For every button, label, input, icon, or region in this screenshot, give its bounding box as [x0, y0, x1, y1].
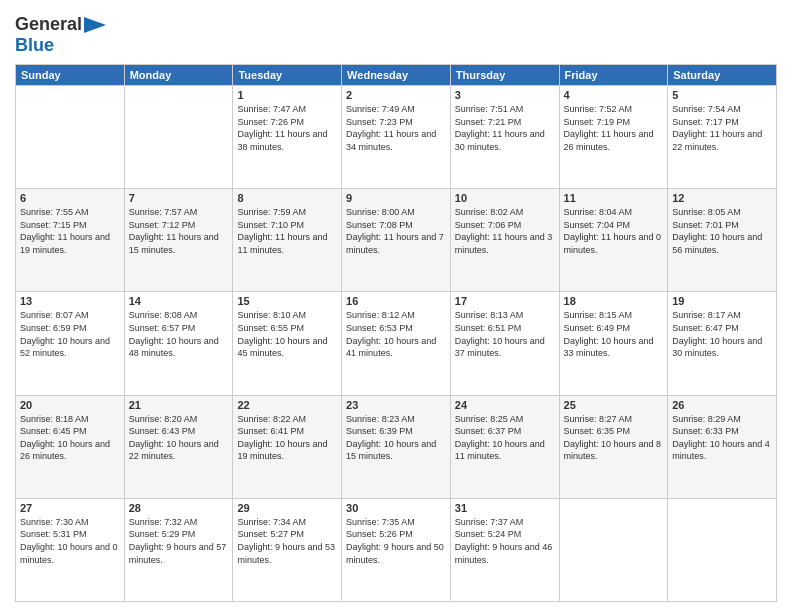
day-number: 28 [129, 502, 229, 514]
day-number: 29 [237, 502, 337, 514]
week-row-1: 1Sunrise: 7:47 AM Sunset: 7:26 PM Daylig… [16, 86, 777, 189]
day-number: 13 [20, 295, 120, 307]
day-info: Sunrise: 8:15 AM Sunset: 6:49 PM Dayligh… [564, 309, 664, 359]
day-number: 4 [564, 89, 664, 101]
day-number: 11 [564, 192, 664, 204]
day-number: 27 [20, 502, 120, 514]
weekday-header-sunday: Sunday [16, 65, 125, 86]
week-row-5: 27Sunrise: 7:30 AM Sunset: 5:31 PM Dayli… [16, 498, 777, 601]
day-number: 10 [455, 192, 555, 204]
day-info: Sunrise: 7:49 AM Sunset: 7:23 PM Dayligh… [346, 103, 446, 153]
logo-top: General [15, 14, 106, 35]
day-cell: 8Sunrise: 7:59 AM Sunset: 7:10 PM Daylig… [233, 189, 342, 292]
day-number: 21 [129, 399, 229, 411]
day-info: Sunrise: 8:20 AM Sunset: 6:43 PM Dayligh… [129, 413, 229, 463]
day-number: 24 [455, 399, 555, 411]
day-info: Sunrise: 8:10 AM Sunset: 6:55 PM Dayligh… [237, 309, 337, 359]
day-info: Sunrise: 7:59 AM Sunset: 7:10 PM Dayligh… [237, 206, 337, 256]
day-info: Sunrise: 7:35 AM Sunset: 5:26 PM Dayligh… [346, 516, 446, 566]
day-info: Sunrise: 7:52 AM Sunset: 7:19 PM Dayligh… [564, 103, 664, 153]
day-number: 7 [129, 192, 229, 204]
day-cell: 29Sunrise: 7:34 AM Sunset: 5:27 PM Dayli… [233, 498, 342, 601]
day-number: 14 [129, 295, 229, 307]
day-cell: 11Sunrise: 8:04 AM Sunset: 7:04 PM Dayli… [559, 189, 668, 292]
day-cell: 12Sunrise: 8:05 AM Sunset: 7:01 PM Dayli… [668, 189, 777, 292]
weekday-header-friday: Friday [559, 65, 668, 86]
day-number: 31 [455, 502, 555, 514]
day-cell [559, 498, 668, 601]
day-info: Sunrise: 7:32 AM Sunset: 5:29 PM Dayligh… [129, 516, 229, 566]
day-cell: 14Sunrise: 8:08 AM Sunset: 6:57 PM Dayli… [124, 292, 233, 395]
day-cell: 7Sunrise: 7:57 AM Sunset: 7:12 PM Daylig… [124, 189, 233, 292]
day-info: Sunrise: 7:34 AM Sunset: 5:27 PM Dayligh… [237, 516, 337, 566]
logo: General Blue [15, 14, 106, 56]
day-info: Sunrise: 7:57 AM Sunset: 7:12 PM Dayligh… [129, 206, 229, 256]
day-info: Sunrise: 7:47 AM Sunset: 7:26 PM Dayligh… [237, 103, 337, 153]
day-cell: 18Sunrise: 8:15 AM Sunset: 6:49 PM Dayli… [559, 292, 668, 395]
day-cell [16, 86, 125, 189]
day-info: Sunrise: 8:07 AM Sunset: 6:59 PM Dayligh… [20, 309, 120, 359]
day-number: 3 [455, 89, 555, 101]
day-cell: 23Sunrise: 8:23 AM Sunset: 6:39 PM Dayli… [342, 395, 451, 498]
day-number: 30 [346, 502, 446, 514]
day-cell: 26Sunrise: 8:29 AM Sunset: 6:33 PM Dayli… [668, 395, 777, 498]
day-cell: 2Sunrise: 7:49 AM Sunset: 7:23 PM Daylig… [342, 86, 451, 189]
day-info: Sunrise: 8:17 AM Sunset: 6:47 PM Dayligh… [672, 309, 772, 359]
logo-blue-text: Blue [15, 35, 54, 56]
day-cell: 19Sunrise: 8:17 AM Sunset: 6:47 PM Dayli… [668, 292, 777, 395]
weekday-header-thursday: Thursday [450, 65, 559, 86]
day-info: Sunrise: 7:37 AM Sunset: 5:24 PM Dayligh… [455, 516, 555, 566]
weekday-header-tuesday: Tuesday [233, 65, 342, 86]
day-cell: 28Sunrise: 7:32 AM Sunset: 5:29 PM Dayli… [124, 498, 233, 601]
week-row-2: 6Sunrise: 7:55 AM Sunset: 7:15 PM Daylig… [16, 189, 777, 292]
day-info: Sunrise: 7:55 AM Sunset: 7:15 PM Dayligh… [20, 206, 120, 256]
header: General Blue [15, 10, 777, 56]
day-cell: 17Sunrise: 8:13 AM Sunset: 6:51 PM Dayli… [450, 292, 559, 395]
day-info: Sunrise: 8:00 AM Sunset: 7:08 PM Dayligh… [346, 206, 446, 256]
day-info: Sunrise: 8:25 AM Sunset: 6:37 PM Dayligh… [455, 413, 555, 463]
day-number: 15 [237, 295, 337, 307]
day-number: 6 [20, 192, 120, 204]
calendar-page: General Blue SundayMondayTuesdayWednesda… [0, 0, 792, 612]
day-number: 25 [564, 399, 664, 411]
day-cell: 25Sunrise: 8:27 AM Sunset: 6:35 PM Dayli… [559, 395, 668, 498]
day-cell: 6Sunrise: 7:55 AM Sunset: 7:15 PM Daylig… [16, 189, 125, 292]
week-row-3: 13Sunrise: 8:07 AM Sunset: 6:59 PM Dayli… [16, 292, 777, 395]
logo-flag-icon [84, 17, 106, 33]
weekday-header-monday: Monday [124, 65, 233, 86]
day-cell: 13Sunrise: 8:07 AM Sunset: 6:59 PM Dayli… [16, 292, 125, 395]
calendar-table: SundayMondayTuesdayWednesdayThursdayFrid… [15, 64, 777, 602]
day-cell: 15Sunrise: 8:10 AM Sunset: 6:55 PM Dayli… [233, 292, 342, 395]
day-cell: 21Sunrise: 8:20 AM Sunset: 6:43 PM Dayli… [124, 395, 233, 498]
day-info: Sunrise: 8:23 AM Sunset: 6:39 PM Dayligh… [346, 413, 446, 463]
day-info: Sunrise: 8:05 AM Sunset: 7:01 PM Dayligh… [672, 206, 772, 256]
day-cell: 20Sunrise: 8:18 AM Sunset: 6:45 PM Dayli… [16, 395, 125, 498]
day-cell: 30Sunrise: 7:35 AM Sunset: 5:26 PM Dayli… [342, 498, 451, 601]
day-cell: 27Sunrise: 7:30 AM Sunset: 5:31 PM Dayli… [16, 498, 125, 601]
logo-general-text: General [15, 14, 82, 35]
day-info: Sunrise: 8:02 AM Sunset: 7:06 PM Dayligh… [455, 206, 555, 256]
week-row-4: 20Sunrise: 8:18 AM Sunset: 6:45 PM Dayli… [16, 395, 777, 498]
day-number: 20 [20, 399, 120, 411]
day-info: Sunrise: 8:12 AM Sunset: 6:53 PM Dayligh… [346, 309, 446, 359]
day-info: Sunrise: 8:27 AM Sunset: 6:35 PM Dayligh… [564, 413, 664, 463]
day-cell [668, 498, 777, 601]
day-info: Sunrise: 7:30 AM Sunset: 5:31 PM Dayligh… [20, 516, 120, 566]
day-number: 2 [346, 89, 446, 101]
day-info: Sunrise: 8:04 AM Sunset: 7:04 PM Dayligh… [564, 206, 664, 256]
day-number: 19 [672, 295, 772, 307]
day-info: Sunrise: 7:51 AM Sunset: 7:21 PM Dayligh… [455, 103, 555, 153]
day-cell: 1Sunrise: 7:47 AM Sunset: 7:26 PM Daylig… [233, 86, 342, 189]
day-cell: 24Sunrise: 8:25 AM Sunset: 6:37 PM Dayli… [450, 395, 559, 498]
day-number: 8 [237, 192, 337, 204]
day-info: Sunrise: 8:13 AM Sunset: 6:51 PM Dayligh… [455, 309, 555, 359]
weekday-header-wednesday: Wednesday [342, 65, 451, 86]
day-info: Sunrise: 7:54 AM Sunset: 7:17 PM Dayligh… [672, 103, 772, 153]
day-number: 12 [672, 192, 772, 204]
day-info: Sunrise: 8:29 AM Sunset: 6:33 PM Dayligh… [672, 413, 772, 463]
day-number: 5 [672, 89, 772, 101]
day-cell: 3Sunrise: 7:51 AM Sunset: 7:21 PM Daylig… [450, 86, 559, 189]
weekday-header-row: SundayMondayTuesdayWednesdayThursdayFrid… [16, 65, 777, 86]
day-number: 23 [346, 399, 446, 411]
weekday-header-saturday: Saturday [668, 65, 777, 86]
